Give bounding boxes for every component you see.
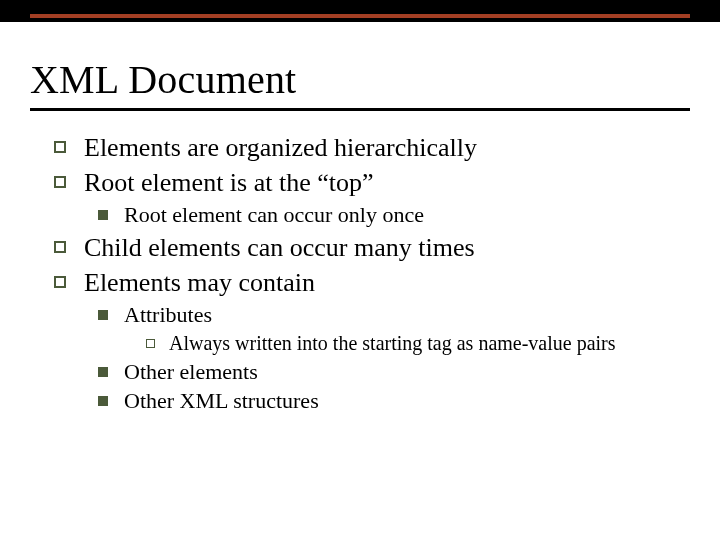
hollow-square-icon: [54, 176, 66, 188]
list-item: Root element can occur only once: [98, 200, 690, 230]
list-item: Other XML structures: [98, 386, 690, 416]
bullet-text: Root element can occur only once: [124, 200, 690, 230]
title-underline: [30, 108, 690, 111]
bullet-text: Root element is at the “top”: [84, 165, 690, 200]
hollow-square-icon: [54, 141, 66, 153]
hollow-square-icon: [54, 276, 66, 288]
accent-line: [30, 14, 690, 18]
filled-square-icon: [98, 396, 108, 406]
list-item: Elements are organized hierarchically: [54, 130, 690, 165]
bullet-text: Elements are organized hierarchically: [84, 130, 690, 165]
bullet-text: Always written into the starting tag as …: [169, 330, 690, 357]
list-item: Other elements: [98, 357, 690, 387]
list-item: Always written into the starting tag as …: [146, 330, 690, 357]
top-bar: [0, 0, 720, 22]
bullet-text: Child elements can occur many times: [84, 230, 690, 265]
list-item: Attributes: [98, 300, 690, 330]
list-item: Root element is at the “top”: [54, 165, 690, 200]
bullet-text: Elements may contain: [84, 265, 690, 300]
filled-square-icon: [98, 310, 108, 320]
list-item: Child elements can occur many times: [54, 230, 690, 265]
slide-title: XML Document: [30, 56, 296, 103]
filled-square-icon: [98, 367, 108, 377]
hollow-square-icon: [54, 241, 66, 253]
hollow-square-icon: [146, 339, 155, 348]
bullet-text: Other XML structures: [124, 386, 690, 416]
bullet-text: Other elements: [124, 357, 690, 387]
slide-content: Elements are organized hierarchically Ro…: [54, 130, 690, 416]
bullet-text: Attributes: [124, 300, 690, 330]
list-item: Elements may contain: [54, 265, 690, 300]
filled-square-icon: [98, 210, 108, 220]
